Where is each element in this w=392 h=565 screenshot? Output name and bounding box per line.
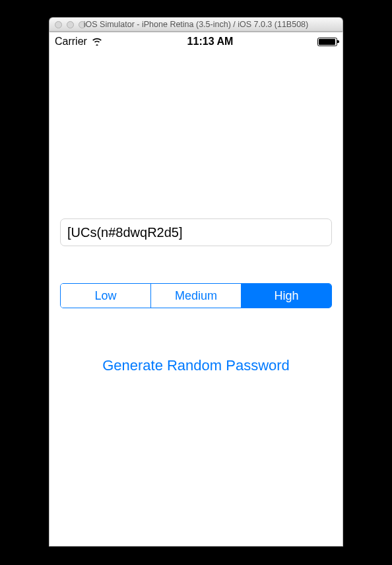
window-title: iOS Simulator - iPhone Retina (3.5-inch)… [49,20,343,29]
status-bar-left: Carrier [55,36,103,48]
segment-low-label: Low [94,289,116,303]
zoom-window-button[interactable] [79,21,86,28]
segment-medium[interactable]: Medium [150,284,241,308]
password-field[interactable] [60,218,332,246]
traffic-lights [55,21,86,28]
simulator-screen: Carrier 11:13 AM Low Medium [49,32,343,547]
close-window-button[interactable] [55,21,62,28]
strength-segmented-control[interactable]: Low Medium High [60,283,332,308]
segment-medium-label: Medium [175,289,217,303]
status-bar-time: 11:13 AM [187,36,234,48]
generate-button[interactable]: Generate Random Password [60,353,332,378]
segment-low[interactable]: Low [61,284,150,308]
status-bar: Carrier 11:13 AM [49,32,343,51]
mac-window-titlebar: iOS Simulator - iPhone Retina (3.5-inch)… [49,17,343,32]
battery-fill [319,39,335,45]
segment-high-label: High [274,289,298,303]
minimize-window-button[interactable] [67,21,74,28]
wifi-icon [91,36,103,48]
carrier-label: Carrier [55,36,87,48]
battery-icon [317,38,337,46]
status-bar-right [317,38,337,46]
main-content: Low Medium High Generate Random Password [49,51,343,378]
segment-high[interactable]: High [241,284,331,308]
